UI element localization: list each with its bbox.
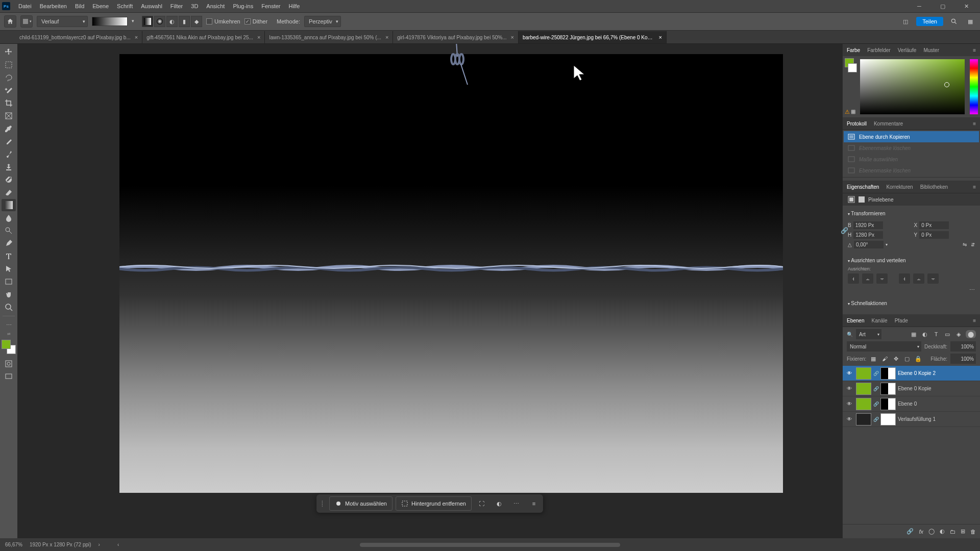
healing-brush-tool[interactable]: [2, 135, 16, 147]
close-icon[interactable]: ×: [659, 34, 662, 40]
document-tab[interactable]: girl-4197876 Viktoriya auf Pixabay.jpg b…: [393, 31, 519, 43]
layer-mask-icon[interactable]: ◯: [928, 528, 935, 535]
zoom-level[interactable]: 66,67%: [5, 542, 22, 547]
rectangle-tool[interactable]: [2, 276, 16, 288]
foreground-color[interactable]: [2, 340, 11, 349]
align-section-header[interactable]: Ausrichten und verteilen: [848, 255, 975, 266]
lock-all-icon[interactable]: 🔒: [914, 355, 922, 363]
lock-position-icon[interactable]: ✥: [892, 355, 900, 363]
filter-pixel-icon[interactable]: ▦: [910, 330, 918, 338]
document-tab[interactable]: child-613199_bottomlayercz0 auf Pixabay.…: [15, 31, 142, 43]
tab-kanaele[interactable]: Kanäle: [871, 318, 887, 323]
cloud-docs-icon[interactable]: ◫: [900, 16, 911, 27]
blur-tool[interactable]: [2, 212, 16, 224]
menu-ansicht[interactable]: Ansicht: [202, 0, 229, 12]
canvas-area[interactable]: ┊ Motiv auswählen Hintergrund entfernen …: [17, 44, 842, 538]
gradient-reflected-button[interactable]: ▮: [179, 16, 190, 27]
layer-thumbnail[interactable]: [856, 413, 871, 425]
horizontal-scrollbar[interactable]: [360, 543, 620, 547]
layer-item[interactable]: 👁 🔗 Ebene 0 Kopie: [843, 381, 980, 396]
lock-artboard-icon[interactable]: ▢: [903, 355, 911, 363]
layer-item[interactable]: 👁 🔗 Ebene 0 Kopie 2: [843, 366, 980, 381]
websafe-icon[interactable]: ▦: [851, 109, 855, 115]
angle-input[interactable]: [854, 241, 884, 248]
mask-link-icon[interactable]: 🔗: [873, 386, 878, 391]
menu-auswahl[interactable]: Auswahl: [137, 0, 166, 12]
move-tool[interactable]: [2, 46, 16, 58]
select-subject-button[interactable]: Motiv auswählen: [329, 496, 393, 511]
screen-mode-button[interactable]: [2, 370, 16, 383]
layer-thumbnail[interactable]: [856, 398, 871, 410]
align-vcenter-icon[interactable]: ⫠: [913, 273, 924, 284]
drag-handle-icon[interactable]: ┊: [318, 500, 326, 507]
visibility-toggle[interactable]: 👁: [845, 386, 854, 391]
flip-horizontal-icon[interactable]: ⇋: [963, 242, 967, 247]
gradient-preset-dropdown[interactable]: Verlauf: [37, 16, 88, 27]
menu-datei[interactable]: Datei: [14, 0, 36, 12]
history-item[interactable]: Ebene durch Kopieren: [844, 131, 979, 142]
transform-icon[interactable]: ⛶: [475, 496, 489, 511]
home-button[interactable]: [4, 15, 16, 28]
marquee-tool[interactable]: [2, 59, 16, 71]
close-icon[interactable]: ×: [511, 34, 514, 40]
mask-thumbnail[interactable]: [880, 398, 896, 410]
fill-input[interactable]: 100%: [950, 354, 976, 364]
eyedropper-tool[interactable]: [2, 122, 16, 135]
color-panel-swatches[interactable]: [843, 56, 857, 117]
lasso-tool[interactable]: [2, 71, 16, 84]
tool-preset-picker[interactable]: ▾: [20, 15, 33, 28]
tab-farbe[interactable]: Farbe: [847, 47, 860, 53]
dodge-tool[interactable]: [2, 224, 16, 237]
clone-stamp-tool[interactable]: [2, 161, 16, 173]
swap-reset-colors[interactable]: ⇄: [7, 332, 11, 336]
close-icon[interactable]: ×: [385, 34, 388, 40]
properties-icon[interactable]: ≡: [527, 496, 541, 511]
eraser-tool[interactable]: [2, 186, 16, 198]
more-options-icon[interactable]: ⋯: [969, 287, 975, 293]
close-icon[interactable]: ×: [135, 34, 138, 40]
menu-fenster[interactable]: Fenster: [257, 0, 284, 12]
mask-link-icon[interactable]: 🔗: [873, 371, 878, 376]
filter-smartobject-icon[interactable]: ◈: [954, 330, 963, 338]
method-dropdown[interactable]: Perzeptiv: [304, 16, 341, 27]
history-item[interactable]: Ebenenmaske löschen: [844, 142, 979, 154]
align-top-icon[interactable]: ⫞: [899, 273, 910, 284]
remove-background-button[interactable]: Hintergrund entfernen: [396, 496, 472, 511]
delete-layer-icon[interactable]: 🗑: [970, 529, 976, 535]
history-brush-tool[interactable]: [2, 173, 16, 186]
group-icon[interactable]: 🗀: [950, 529, 955, 535]
tab-verlaeufe[interactable]: Verläufe: [898, 47, 917, 53]
filter-adjustment-icon[interactable]: ◐: [921, 330, 929, 338]
align-hcenter-icon[interactable]: ⫠: [862, 273, 873, 284]
background-swatch[interactable]: [848, 63, 857, 72]
align-bottom-icon[interactable]: ⫟: [927, 273, 939, 284]
width-input[interactable]: [853, 221, 883, 229]
lock-transparency-icon[interactable]: ▦: [869, 355, 877, 363]
tab-protokoll[interactable]: Protokoll: [847, 121, 867, 127]
close-button[interactable]: ✕: [954, 0, 978, 12]
type-tool[interactable]: [2, 250, 16, 262]
document-tab[interactable]: lawn-1335365_annca auf Pixabay.jpg bei 5…: [265, 31, 393, 43]
tab-bibliotheken[interactable]: Bibliotheken: [920, 184, 948, 190]
transform-section-header[interactable]: Transformieren: [848, 208, 975, 219]
gamut-warning-icon[interactable]: ⚠: [845, 109, 850, 115]
filter-toggle[interactable]: ⬤: [966, 330, 976, 338]
tab-korrekturen[interactable]: Korrekturen: [886, 184, 913, 190]
panel-menu-icon[interactable]: ≡: [973, 121, 976, 127]
tab-eigenschaften[interactable]: Eigenschaften: [847, 184, 879, 190]
document-tab[interactable]: barbed-wire-250822 Jürgen.jpg bei 66,7% …: [519, 31, 667, 43]
visibility-toggle[interactable]: 👁: [845, 416, 854, 422]
maximize-button[interactable]: ▢: [931, 0, 954, 12]
panel-menu-icon[interactable]: ≡: [973, 318, 976, 323]
minimize-button[interactable]: ─: [908, 0, 931, 12]
history-item[interactable]: Maße auswählen: [844, 154, 979, 165]
menu-ebene[interactable]: Ebene: [88, 0, 113, 12]
visibility-toggle[interactable]: 👁: [845, 401, 854, 407]
angle-dropdown-icon[interactable]: ▾: [886, 242, 888, 247]
layer-style-icon[interactable]: fx: [919, 529, 923, 535]
gradient-linear-button[interactable]: [142, 16, 153, 27]
search-icon[interactable]: [948, 16, 960, 27]
link-layers-icon[interactable]: 🔗: [906, 528, 914, 535]
layer-item[interactable]: 👁 🔗 Ebene 0: [843, 396, 980, 412]
gradient-diamond-button[interactable]: ◆: [191, 16, 202, 27]
